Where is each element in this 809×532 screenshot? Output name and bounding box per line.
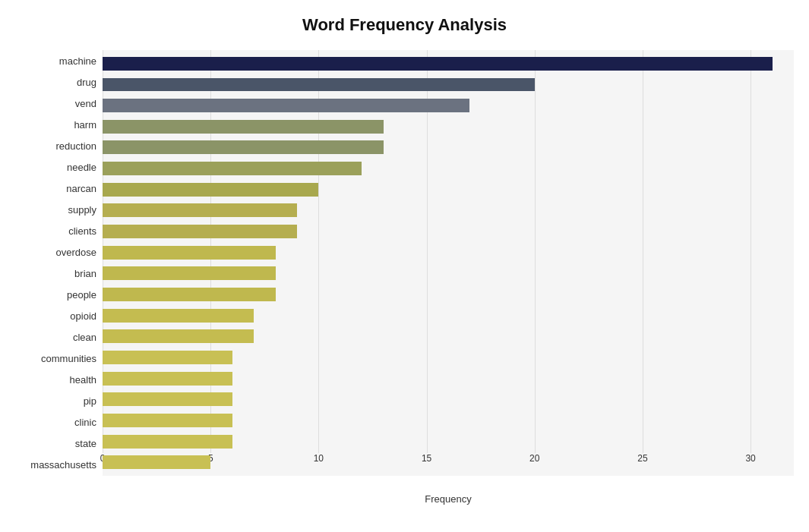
y-label-overdose: overdose — [56, 247, 96, 257]
bar-overdose — [103, 246, 276, 260]
y-label-narcan: narcan — [66, 184, 96, 194]
chart-title: Word Frequency Analysis — [15, 15, 794, 35]
y-label-vend: vend — [75, 99, 96, 109]
bar-row — [103, 137, 794, 159]
plot-area: 051015202530 Frequency — [103, 50, 794, 476]
bar-row — [103, 305, 794, 326]
y-label-massachusetts: massachusetts — [30, 460, 96, 470]
bar-row — [103, 326, 794, 348]
chart-area: machinedrugvendharmreductionneedlenarcan… — [15, 50, 794, 476]
y-label-pip: pip — [84, 396, 96, 406]
bar-massachusetts — [103, 455, 210, 469]
bar-clean — [103, 329, 254, 343]
bar-clinic — [103, 414, 232, 427]
bar-health — [103, 372, 232, 386]
bar-row — [103, 74, 794, 96]
bar-row — [103, 221, 794, 242]
y-label-brian: brian — [74, 269, 96, 279]
bar-row — [103, 179, 794, 200]
y-label-health: health — [70, 375, 96, 385]
y-label-machine: machine — [59, 56, 96, 66]
y-label-state: state — [75, 439, 96, 449]
bar-row — [103, 389, 794, 411]
bar-row — [103, 452, 794, 473]
bar-brian — [103, 266, 276, 280]
bar-row — [103, 410, 794, 431]
bar-row — [103, 431, 794, 452]
y-label-reduction: reduction — [56, 141, 96, 151]
y-label-clean: clean — [73, 332, 96, 342]
bar-row — [103, 200, 794, 222]
bar-row — [103, 116, 794, 137]
y-label-people: people — [67, 290, 96, 300]
bar-reduction — [103, 140, 384, 154]
bar-row — [103, 347, 794, 368]
bar-opioid — [103, 309, 254, 323]
bar-harm — [103, 120, 384, 134]
bar-pip — [103, 392, 232, 406]
bar-vend — [103, 99, 469, 112]
y-label-harm: harm — [74, 120, 96, 130]
chart-container: Word Frequency Analysis machinedrugvendh… — [0, 0, 809, 532]
y-label-needle: needle — [67, 162, 96, 172]
bar-drug — [103, 78, 535, 92]
y-label-supply: supply — [68, 205, 96, 215]
y-label-clients: clients — [68, 226, 96, 236]
bar-supply — [103, 203, 297, 217]
y-label-clinic: clinic — [74, 417, 96, 427]
bar-clients — [103, 225, 297, 238]
bar-row — [103, 158, 794, 179]
bar-people — [103, 288, 276, 301]
bars-container — [103, 50, 794, 476]
bar-row — [103, 284, 794, 305]
bar-state — [103, 435, 232, 449]
bar-communities — [103, 351, 232, 364]
bar-needle — [103, 162, 362, 175]
y-axis: machinedrugvendharmreductionneedlenarcan… — [15, 50, 103, 476]
bar-narcan — [103, 183, 318, 197]
bar-row — [103, 95, 794, 116]
x-axis-title: Frequency — [425, 493, 471, 505]
bar-row — [103, 53, 794, 74]
y-label-drug: drug — [77, 77, 96, 87]
bar-row — [103, 242, 794, 263]
bar-machine — [103, 57, 773, 71]
bar-row — [103, 263, 794, 285]
bar-row — [103, 368, 794, 389]
y-label-opioid: opioid — [70, 311, 96, 321]
y-label-communities: communities — [41, 354, 96, 364]
